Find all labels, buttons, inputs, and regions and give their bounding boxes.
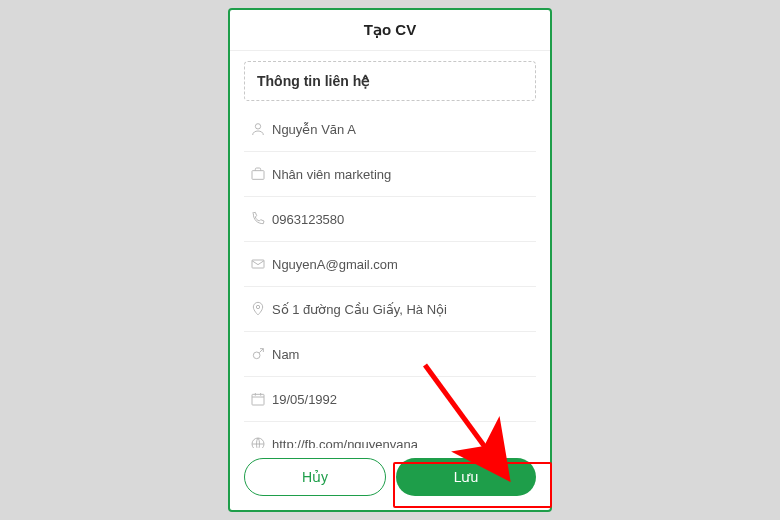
email-icon <box>244 256 272 272</box>
globe-icon <box>244 436 272 448</box>
gender-icon <box>244 346 272 362</box>
button-label: Hủy <box>302 469 328 485</box>
person-icon <box>244 121 272 137</box>
footer-actions: Hủy Lưu <box>230 448 550 510</box>
field-value: http://fb.com/nguyenvana <box>272 437 536 449</box>
field-name[interactable]: Nguyễn Văn A <box>244 107 536 152</box>
field-address[interactable]: Số 1 đường Cầu Giấy, Hà Nội <box>244 287 536 332</box>
field-value: Số 1 đường Cầu Giấy, Hà Nội <box>272 302 536 317</box>
svg-rect-5 <box>252 394 264 405</box>
field-value: 0963123580 <box>272 212 536 227</box>
svg-point-3 <box>256 305 259 308</box>
svg-point-0 <box>255 124 260 129</box>
field-website[interactable]: http://fb.com/nguyenvana <box>244 422 536 448</box>
svg-point-4 <box>253 352 260 359</box>
field-value: NguyenA@gmail.com <box>272 257 536 272</box>
svg-point-6 <box>252 438 264 448</box>
svg-rect-2 <box>252 260 264 268</box>
svg-rect-1 <box>252 171 264 180</box>
header-bar: Tạo CV <box>230 10 550 51</box>
section-title: Thông tin liên hệ <box>257 73 370 89</box>
button-label: Lưu <box>454 469 479 485</box>
content-area: Thông tin liên hệ Nguyễn Văn A Nhân viên… <box>230 51 550 448</box>
briefcase-icon <box>244 166 272 182</box>
location-icon <box>244 301 272 317</box>
field-value: 19/05/1992 <box>272 392 536 407</box>
section-contact-info[interactable]: Thông tin liên hệ <box>244 61 536 101</box>
field-value: Nguyễn Văn A <box>272 122 536 137</box>
field-phone[interactable]: 0963123580 <box>244 197 536 242</box>
field-email[interactable]: NguyenA@gmail.com <box>244 242 536 287</box>
app-window: Tạo CV Thông tin liên hệ Nguyễn Văn A Nh… <box>228 8 552 512</box>
save-button[interactable]: Lưu <box>396 458 536 496</box>
field-job[interactable]: Nhân viên marketing <box>244 152 536 197</box>
field-value: Nhân viên marketing <box>272 167 536 182</box>
field-dob[interactable]: 19/05/1992 <box>244 377 536 422</box>
phone-icon <box>244 211 272 227</box>
page-title: Tạo CV <box>364 21 416 39</box>
field-value: Nam <box>272 347 536 362</box>
calendar-icon <box>244 391 272 407</box>
field-gender[interactable]: Nam <box>244 332 536 377</box>
cancel-button[interactable]: Hủy <box>244 458 386 496</box>
